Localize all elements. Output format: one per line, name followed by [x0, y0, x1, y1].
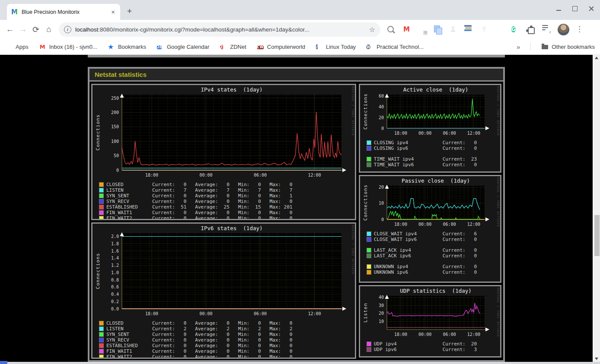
address-bar[interactable]: i localhost:8080/monitorix-cgi/monitorix…: [59, 22, 380, 37]
other-bookmarks-label: Other bookmarks: [552, 44, 595, 50]
home-button[interactable]: ⌂: [42, 25, 55, 34]
profile-avatar[interactable]: [558, 24, 569, 35]
legend-text: CLOSED Current: 0 Average: 0 Min: 0 Max:…: [106, 320, 292, 326]
bookmark-bookmarks[interactable]: ★ Bookmarks: [108, 43, 146, 51]
svg-text:12:00: 12:00: [467, 131, 480, 136]
vertical-scrollbar[interactable]: [594, 55, 600, 362]
legend-swatch: [367, 157, 371, 161]
svg-text:40: 40: [379, 104, 384, 109]
legend-row: UNKNOWN ipv6 Current: 0: [363, 269, 500, 275]
legend-swatch: [367, 232, 371, 236]
bookmark-star-icon[interactable]: ☆: [369, 25, 375, 34]
star-icon: ★: [108, 43, 115, 51]
legend-text: UNKNOWN ipv4 Current: 0: [374, 264, 477, 269]
library-extension-icon[interactable]: [464, 25, 473, 34]
svg-text:06:00: 06:00: [254, 311, 267, 316]
svg-text:1.4: 1.4: [111, 256, 119, 260]
bookmark-practical-technology[interactable]: W Practical Technol...: [366, 43, 424, 51]
bookmarks-overflow-chevron[interactable]: »: [517, 43, 520, 51]
bookmark-google-calendar[interactable]: 28 Google Calendar: [156, 43, 209, 51]
apps-label: Apps: [16, 44, 29, 50]
new-tab-button[interactable]: +: [127, 7, 132, 15]
legend-swatch: [99, 205, 103, 209]
legend-row: CLOSE_WAIT ipv4 Current: 6: [363, 231, 500, 237]
legend-row: SYN_RECV Current: 0 Average: 0 Min: 0 Ma…: [95, 199, 355, 204]
monitorix-favicon: M: [11, 9, 18, 16]
graph-legend: CLOSED Current: 0 Average: 0 Min: 0 Max:…: [95, 182, 355, 220]
legend-swatch: [99, 199, 103, 203]
ipv4-states-panel: 18:0000:0006:0012:00050100150200250IPv4 …: [91, 84, 356, 220]
forward-button[interactable]: →: [16, 25, 29, 34]
legend-group: TIME_WAIT ipv4 Current: 23TIME_WAIT ipv6…: [363, 156, 500, 168]
legend-swatch: [367, 254, 371, 258]
window-close-icon[interactable]: [589, 6, 594, 11]
legend-text: FIN_WAIT2 Current: 0 Average: 0 Min: 0 M…: [106, 354, 292, 359]
legend-text: CLOSED Current: 0 Average: 0 Min: 0 Max:…: [106, 182, 292, 187]
svg-text:00:00: 00:00: [418, 131, 431, 136]
accessibility-extension-icon[interactable]: [449, 25, 458, 34]
legend-swatch: [367, 270, 371, 274]
grammarly-extension-icon[interactable]: G: [511, 25, 520, 34]
bookmark-label: Google Calendar: [167, 44, 209, 50]
zoom-meeting-extension-icon[interactable]: [495, 25, 504, 34]
gmail-extension-icon[interactable]: M: [402, 25, 411, 34]
scroll-up-icon[interactable]: [595, 57, 598, 59]
magnifier-icon: [387, 26, 394, 32]
window-minimize-icon[interactable]: [556, 10, 561, 11]
svg-text:06:00: 06:00: [443, 131, 456, 136]
bookmark-zdnet[interactable]: Z ZDNet: [220, 43, 246, 51]
legend-text: CLOSE_WAIT ipv4 Current: 6: [374, 231, 477, 237]
browser-tab[interactable]: M Blue Precision Monitorix ×: [7, 4, 120, 20]
svg-text:10: 10: [379, 201, 384, 206]
tab-close-icon[interactable]: ×: [110, 8, 116, 16]
legend-text: TIME_WAIT ipv4 Current: 23: [374, 156, 477, 162]
playlist-extension-icon[interactable]: ♪: [542, 25, 551, 34]
legend-text: LAST_ACK ipv4 Current: 0: [374, 247, 477, 253]
bookmark-label: Linux Today: [326, 44, 356, 50]
legend-text: SYN_RECV Current: 0 Average: 0 Min: 0 Ma…: [106, 199, 292, 204]
bookmarks-bar: Apps M Inbox (16) - sjvn0... ★ Bookmarks…: [0, 39, 600, 55]
scroll-down-icon[interactable]: [595, 358, 598, 360]
puzzle-icon: [528, 27, 535, 34]
rrdtool-watermark: RRDTOOL / TOBI OETIKER: [496, 288, 500, 337]
back-button[interactable]: ←: [3, 25, 16, 34]
svg-text:Passive close (1day): Passive close (1day): [402, 177, 470, 184]
bookmark-label: Computerworld: [267, 44, 305, 50]
svg-text:1.6: 1.6: [111, 249, 119, 253]
chat-extension-icon[interactable]: [418, 25, 427, 34]
ipv6-states-panel: 18:0000:0006:0012:000.00.20.40.60.81.01.…: [91, 222, 356, 359]
svg-text:06:00: 06:00: [443, 222, 456, 227]
udp-statistics-panel: 18:0000:0006:0012:0010203040UDP statisti…: [359, 285, 501, 358]
bookmark-inbox[interactable]: M Inbox (16) - sjvn0...: [39, 43, 97, 51]
legend-text: LAST_ACK ipv6 Current: 0: [374, 253, 477, 259]
legend-row: SYN_RECV Current: 0 Average: 0 Min: 0 Ma…: [95, 337, 355, 343]
legend-row: LAST_ACK ipv4 Current: 0: [363, 247, 500, 253]
linux-today-icon: I: [316, 43, 323, 51]
svg-text:12:00: 12:00: [467, 332, 480, 337]
bookmark-linux-today[interactable]: I Linux Today: [316, 43, 356, 51]
computerworld-icon: CW: [257, 43, 264, 51]
legend-row: UNKNOWN ipv4 Current: 0: [363, 264, 500, 269]
reload-button[interactable]: ⟳: [29, 25, 42, 35]
site-info-icon[interactable]: i: [64, 26, 71, 33]
window-maximize-icon[interactable]: [572, 6, 578, 11]
copy-pages-extension-icon[interactable]: [433, 25, 442, 34]
url-text[interactable]: localhost:8080/monitorix-cgi/monitorix.c…: [75, 26, 366, 33]
svg-text:IPv4 states (1day): IPv4 states (1day): [201, 86, 263, 93]
apps-shortcut[interactable]: Apps: [5, 43, 29, 51]
bookmark-label: Inbox (16) - sjvn0...: [49, 44, 97, 50]
scrollbar-thumb[interactable]: [594, 215, 600, 256]
browser-titlebar: M Blue Precision Monitorix × +: [0, 0, 600, 20]
legend-swatch: [99, 183, 103, 187]
legend-swatch: [99, 216, 103, 220]
lamp-extension-icon[interactable]: [480, 25, 489, 34]
legend-swatch: [99, 327, 103, 331]
apps-grid-icon: [5, 43, 13, 51]
svg-text:18:00: 18:00: [394, 332, 407, 337]
legend-swatch: [99, 338, 103, 342]
extensions-puzzle-button[interactable]: [527, 25, 536, 34]
other-bookmarks-button[interactable]: Other bookmarks: [541, 43, 595, 51]
browser-menu-icon[interactable]: ⋮: [576, 27, 582, 32]
search-extension-icon[interactable]: [386, 25, 396, 34]
bookmark-computerworld[interactable]: CW Computerworld: [257, 43, 305, 51]
